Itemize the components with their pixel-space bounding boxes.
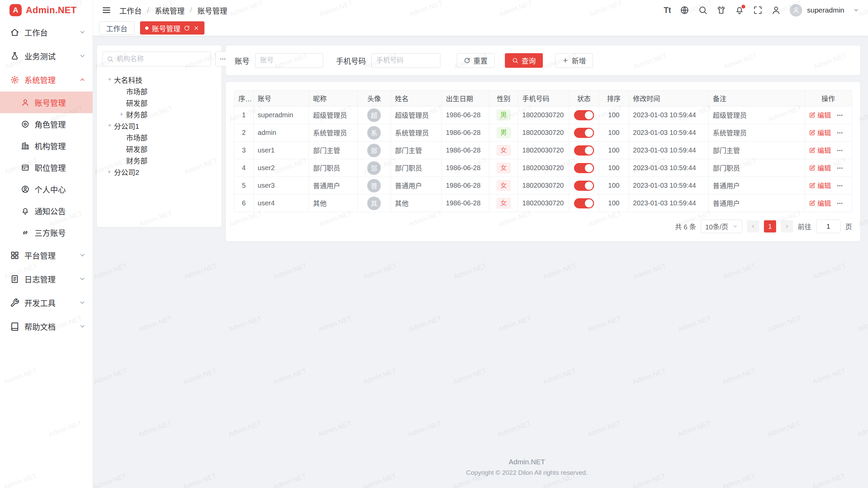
search-icon: [107, 56, 114, 62]
sidebar-subitem-notice[interactable]: 通知公告: [0, 200, 93, 222]
org-search-input[interactable]: [117, 55, 206, 63]
tree-node[interactable]: 研发部: [102, 97, 216, 108]
topbar-right: Tt superadmin: [664, 4, 859, 17]
notification-icon[interactable]: [735, 5, 744, 15]
cell-account: user1: [254, 142, 309, 159]
tree-caret-icon: [121, 113, 123, 116]
gear-icon: [10, 75, 19, 84]
cell-status: [569, 177, 599, 195]
cell-nickname: 部门职员: [309, 159, 357, 177]
edit-button[interactable]: 编辑: [809, 110, 831, 120]
status-toggle[interactable]: [574, 110, 594, 120]
table-row: 1 superadmin 超级管理员 超 超级管理员 1986-06-28 男 …: [234, 106, 852, 124]
text-size-icon[interactable]: Tt: [664, 6, 671, 14]
account-filter-input[interactable]: [255, 53, 323, 68]
goto-page-input[interactable]: [816, 220, 841, 233]
cell-index: 3: [234, 142, 254, 159]
more-actions-button[interactable]: [836, 129, 843, 136]
sidebar-subitem-org-mgmt[interactable]: 机构管理: [0, 135, 93, 157]
cell-order: 100: [599, 142, 629, 159]
tree-node[interactable]: 市场部: [102, 85, 216, 97]
more-actions-button[interactable]: [836, 200, 843, 207]
sidebar-subitem-account-mgmt[interactable]: 账号管理: [0, 92, 93, 113]
breadcrumb-item-workbench[interactable]: 工作台: [119, 5, 142, 16]
locale-icon[interactable]: [680, 5, 689, 15]
tab-account-mgmt[interactable]: 账号管理: [140, 21, 204, 35]
search-icon[interactable]: [698, 5, 708, 15]
tab-close-icon[interactable]: [193, 25, 199, 31]
edit-button[interactable]: 编辑: [809, 145, 831, 155]
tab-refresh-icon[interactable]: [184, 25, 190, 31]
query-button[interactable]: 查询: [505, 53, 543, 68]
cell-modified: 2023-01-03 10:59:44: [629, 177, 708, 195]
cell-phone: 18020030720: [518, 195, 569, 212]
sidebar-item-platform-mgmt[interactable]: 平台管理: [0, 243, 93, 267]
sidebar-subitem-position-mgmt[interactable]: 职位管理: [0, 157, 93, 178]
tree-node[interactable]: 研发部: [102, 143, 216, 155]
status-toggle[interactable]: [574, 181, 594, 191]
theme-icon[interactable]: [716, 5, 726, 15]
prev-page-button[interactable]: [747, 220, 759, 232]
sidebar-item-business-test[interactable]: 业务测试: [0, 44, 93, 68]
cell-remark: 部门职员: [709, 159, 805, 177]
cell-actions: 编辑: [805, 177, 852, 195]
edit-button[interactable]: 编辑: [809, 163, 831, 173]
breadcrumb-item-system-mgmt[interactable]: 系统管理: [155, 5, 184, 16]
cell-modified: 2023-01-03 10:59:44: [629, 159, 708, 177]
row-avatar: 部: [367, 144, 381, 157]
cell-account: user3: [254, 177, 309, 195]
edit-button[interactable]: 编辑: [809, 198, 831, 208]
cell-sex: 女: [489, 177, 518, 195]
edit-button[interactable]: 编辑: [809, 128, 831, 138]
user-icon[interactable]: [771, 5, 781, 15]
cell-index: 1: [234, 106, 254, 124]
fullscreen-icon[interactable]: [753, 5, 763, 15]
plus-icon: [562, 57, 569, 64]
tree-node[interactable]: 市场部: [102, 131, 216, 143]
user-avatar[interactable]: [790, 4, 802, 17]
phone-filter-label: 手机号码: [336, 55, 366, 66]
link-icon: [21, 228, 29, 237]
app-logo[interactable]: A Admin.NET: [0, 0, 93, 20]
row-avatar: 部: [367, 161, 381, 175]
status-toggle[interactable]: [574, 145, 594, 156]
sidebar-subitem-third-party-account[interactable]: 三方账号: [0, 222, 93, 243]
tree-node[interactable]: 财务部: [102, 155, 216, 166]
sidebar-subitem-personal-center[interactable]: 个人中心: [0, 178, 93, 200]
tree-node[interactable]: 分公司2: [102, 166, 216, 178]
username[interactable]: superadmin: [807, 6, 844, 14]
phone-filter-input[interactable]: [371, 53, 440, 68]
sidebar-item-workbench[interactable]: 工作台: [0, 20, 93, 44]
tree-node[interactable]: 分公司1: [102, 120, 216, 131]
menu-collapse-icon[interactable]: [102, 5, 111, 15]
page-size-select[interactable]: 10条/页: [701, 220, 742, 233]
tab-workbench[interactable]: 工作台: [99, 21, 135, 35]
more-actions-button[interactable]: [836, 112, 843, 119]
next-page-button[interactable]: [781, 220, 793, 232]
table-row: 3 user1 部门主管 部 部门主管 1986-06-28 女 1802003…: [234, 142, 852, 159]
cell-index: 2: [234, 124, 254, 142]
more-actions-button[interactable]: [836, 165, 843, 171]
chevron-left-icon: [750, 224, 756, 229]
column-header: 头像: [357, 90, 391, 106]
tree-node[interactable]: 财务部: [102, 108, 216, 120]
edit-button[interactable]: 编辑: [809, 181, 831, 190]
chevron-down-icon[interactable]: [853, 7, 859, 13]
row-avatar: 普: [367, 179, 381, 192]
more-actions-button[interactable]: [836, 182, 843, 189]
page-number-1[interactable]: 1: [764, 220, 776, 232]
add-button[interactable]: 新增: [555, 53, 593, 68]
sidebar-item-help-docs[interactable]: 帮助文档: [0, 314, 93, 338]
reset-button[interactable]: 重置: [457, 53, 495, 68]
status-toggle[interactable]: [574, 198, 594, 208]
sidebar-subitem-role-mgmt[interactable]: 角色管理: [0, 113, 93, 135]
status-toggle[interactable]: [574, 163, 594, 173]
sidebar-item-system-mgmt[interactable]: 系统管理: [0, 68, 93, 92]
cell-name: 普通用户: [391, 177, 441, 195]
sidebar-item-log-mgmt[interactable]: 日志管理: [0, 267, 93, 291]
row-avatar: 系: [367, 126, 381, 140]
more-actions-button[interactable]: [836, 147, 843, 154]
sidebar-item-dev-tools[interactable]: 开发工具: [0, 291, 93, 314]
tree-node[interactable]: 大名科技: [102, 74, 216, 85]
status-toggle[interactable]: [574, 128, 594, 138]
